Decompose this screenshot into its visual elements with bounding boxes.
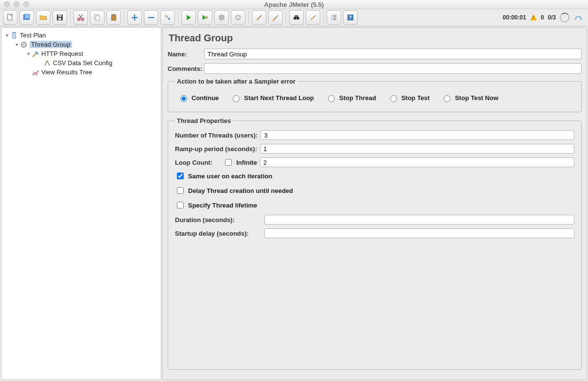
- start-button[interactable]: [181, 10, 196, 25]
- save-button[interactable]: [52, 10, 67, 25]
- clear-button[interactable]: [252, 10, 266, 25]
- tree-item-view-results[interactable]: View Results Tree: [2, 68, 160, 77]
- sampler-error-action-group: Action to be taken after a Sampler error…: [168, 78, 582, 112]
- svg-rect-21: [12, 32, 16, 33]
- loop-count-label: Loop Count:: [175, 159, 212, 166]
- close-window-icon[interactable]: [4, 1, 10, 7]
- ramp-up-label: Ramp-up period (seconds):: [175, 145, 257, 153]
- radio-label: Stop Thread: [339, 94, 376, 102]
- expand-toggle-icon[interactable]: ▾: [4, 33, 9, 38]
- paste-button[interactable]: [106, 10, 121, 25]
- cut-button[interactable]: [73, 10, 88, 25]
- toolbar-separator: [286, 11, 286, 24]
- radio-continue-input[interactable]: [180, 95, 187, 102]
- duration-input[interactable]: [264, 215, 574, 225]
- loop-infinite-checkbox[interactable]: [225, 159, 232, 166]
- startup-delay-input[interactable]: [264, 228, 574, 238]
- radio-start-next[interactable]: Start Next Thread Loop: [230, 94, 314, 102]
- svg-rect-11: [113, 14, 115, 16]
- shutdown-icon: [234, 13, 242, 22]
- toggle-button[interactable]: [160, 10, 175, 25]
- svg-rect-17: [294, 16, 298, 17]
- comments-label: Comments:: [168, 65, 204, 72]
- radio-stop-test-input[interactable]: [390, 95, 397, 102]
- num-threads-label: Number of Threads (users):: [175, 132, 258, 139]
- broom-search-icon: [309, 13, 317, 22]
- plus-icon: [130, 13, 139, 22]
- svg-rect-4: [58, 15, 62, 17]
- toolbar-separator: [70, 11, 70, 24]
- svg-rect-9: [96, 16, 100, 20]
- radio-label: Stop Test Now: [455, 94, 498, 102]
- loop-count-input[interactable]: [260, 157, 574, 167]
- radio-stop-test-now[interactable]: Stop Test Now: [441, 94, 498, 102]
- radio-start-next-input[interactable]: [233, 95, 240, 102]
- radio-continue[interactable]: Continue: [178, 94, 219, 102]
- start-no-timers-button[interactable]: [198, 10, 212, 25]
- jmeter-logo-icon: [573, 13, 583, 22]
- svg-point-23: [23, 44, 25, 45]
- clear-all-button[interactable]: [268, 10, 283, 25]
- svg-point-15: [294, 17, 296, 20]
- help-button[interactable]: ?: [343, 10, 358, 25]
- stop-button[interactable]: [214, 10, 229, 25]
- comments-input[interactable]: [204, 63, 582, 74]
- file-icon: [6, 13, 15, 22]
- tree-item-label: HTTP Request: [41, 50, 83, 57]
- tree-item-label: Test Plan: [20, 32, 46, 39]
- tree-item-csv-config[interactable]: CSV Data Set Config: [2, 58, 160, 68]
- expand-toggle-icon[interactable]: ▾: [26, 52, 31, 56]
- sampler-error-legend: Action to be taken after a Sampler error: [175, 78, 297, 85]
- startup-delay-label: Startup delay (seconds):: [175, 230, 261, 237]
- folder-open-icon: [39, 13, 48, 22]
- open-button[interactable]: [36, 10, 51, 25]
- radio-stop-thread-input[interactable]: [328, 95, 335, 102]
- http-request-icon: [32, 50, 39, 58]
- delay-thread-checkbox[interactable]: [177, 187, 184, 194]
- test-plan-icon: [10, 32, 18, 39]
- radio-stop-test[interactable]: Stop Test: [388, 94, 430, 102]
- minimize-window-icon[interactable]: [14, 1, 19, 7]
- tree-item-test-plan[interactable]: ▾ Test Plan: [2, 31, 160, 40]
- loop-infinite-label: Infinite: [236, 159, 257, 166]
- same-user-checkbox-row[interactable]: Same user on each iteration: [175, 171, 574, 181]
- radio-label: Start Next Thread Loop: [244, 94, 314, 102]
- specify-lifetime-checkbox-row[interactable]: Specify Thread lifetime: [175, 200, 574, 210]
- tree-panel[interactable]: ▾ Test Plan ▾ Thread Group ▾: [1, 27, 161, 380]
- reset-search-button[interactable]: [306, 10, 320, 25]
- titlebar: Apache JMeter (5.5): [0, 0, 588, 9]
- radio-label: Stop Test: [401, 94, 430, 102]
- svg-text:?: ?: [349, 15, 352, 20]
- elapsed-time: 00:00:01: [503, 14, 526, 21]
- name-input[interactable]: [204, 49, 582, 59]
- expand-button[interactable]: [127, 10, 142, 25]
- num-threads-input[interactable]: [260, 130, 574, 140]
- duration-label: Duration (seconds):: [175, 216, 261, 224]
- expand-toggle-icon[interactable]: ▾: [14, 42, 19, 47]
- shutdown-button[interactable]: [231, 10, 245, 25]
- same-user-label: Same user on each iteration: [188, 173, 272, 180]
- tree-item-label: View Results Tree: [41, 69, 92, 76]
- broom-icon: [255, 13, 263, 22]
- zoom-window-icon[interactable]: [23, 1, 29, 7]
- warning-icon[interactable]: [530, 15, 537, 20]
- panel-heading: Thread Group: [169, 33, 582, 44]
- new-file-button[interactable]: [3, 10, 17, 25]
- function-helper-button[interactable]: [327, 10, 341, 25]
- collapse-button[interactable]: [144, 10, 158, 25]
- copy-button[interactable]: [90, 10, 104, 25]
- tree-item-thread-group[interactable]: ▾ Thread Group: [2, 40, 160, 49]
- svg-rect-5: [58, 18, 61, 20]
- specify-lifetime-checkbox[interactable]: [177, 202, 184, 208]
- csv-config-icon: [43, 59, 51, 67]
- ramp-up-input[interactable]: [260, 144, 574, 154]
- copy-icon: [93, 13, 102, 22]
- tree-item-http-request[interactable]: ▾ HTTP Request: [2, 49, 160, 58]
- templates-button[interactable]: [19, 10, 34, 25]
- same-user-checkbox[interactable]: [177, 173, 184, 179]
- search-button[interactable]: [289, 10, 304, 25]
- radio-stop-thread[interactable]: Stop Thread: [326, 94, 376, 102]
- window-traffic-lights: [4, 1, 29, 7]
- radio-stop-test-now-input[interactable]: [444, 95, 450, 102]
- delay-thread-checkbox-row[interactable]: Delay Thread creation until needed: [175, 186, 574, 195]
